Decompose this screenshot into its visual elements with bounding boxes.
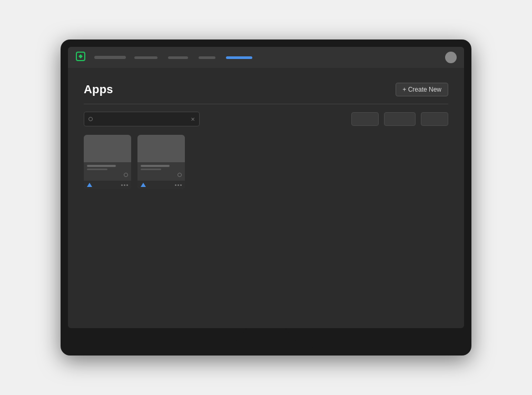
nav-link-1[interactable] <box>134 56 157 59</box>
screen: Apps + Create New ✕ <box>68 47 464 328</box>
search-box[interactable]: ✕ <box>84 112 200 126</box>
apps-grid <box>84 135 448 189</box>
app-title-bar-1 <box>87 165 116 167</box>
app-status-row-1 <box>87 173 128 177</box>
toolbar: ✕ <box>84 112 448 126</box>
filter-button-3[interactable] <box>421 112 448 126</box>
brand-text <box>94 56 126 59</box>
navbar <box>68 47 464 68</box>
nav-link-3[interactable] <box>199 56 215 59</box>
nav-link-2[interactable] <box>168 56 188 59</box>
app-title-bar-2 <box>141 165 170 167</box>
filter-button-2[interactable] <box>384 112 416 126</box>
warning-icon-2 <box>141 183 146 187</box>
page-header: Apps + Create New <box>84 83 448 96</box>
status-indicator-1 <box>124 173 128 177</box>
monitor-stand <box>234 328 298 343</box>
app-status-row-2 <box>141 173 182 177</box>
search-icon <box>88 117 93 121</box>
app-menu-dots-2[interactable] <box>175 184 182 186</box>
search-clear-icon[interactable]: ✕ <box>191 116 195 122</box>
logo-icon <box>75 51 86 64</box>
status-indicator-2 <box>178 173 182 177</box>
monitor: Apps + Create New ✕ <box>61 39 471 355</box>
warning-icon-1 <box>87 183 92 187</box>
app-card-2[interactable] <box>137 135 185 189</box>
search-input[interactable] <box>96 118 188 120</box>
monitor-base <box>219 343 313 348</box>
app-card-footer-1 <box>84 181 131 189</box>
nav-links <box>134 56 252 59</box>
app-thumbnail-2 <box>137 135 185 162</box>
app-card-1[interactable] <box>84 135 131 189</box>
app-card-body-2 <box>137 162 185 181</box>
main-content: Apps + Create New ✕ <box>68 68 464 328</box>
app-card-footer-2 <box>137 181 185 189</box>
app-menu-dots-1[interactable] <box>121 184 128 186</box>
app-sub-bar-2 <box>141 169 161 170</box>
app-sub-bar-1 <box>87 169 107 170</box>
filter-button-1[interactable] <box>351 112 379 126</box>
user-avatar[interactable] <box>445 52 457 63</box>
nav-link-4-active[interactable] <box>226 56 252 59</box>
app-thumbnail-1 <box>84 135 131 162</box>
create-new-button[interactable]: + Create New <box>396 83 448 96</box>
page-title: Apps <box>84 83 113 96</box>
app-card-body-1 <box>84 162 131 181</box>
header-divider <box>84 104 448 104</box>
